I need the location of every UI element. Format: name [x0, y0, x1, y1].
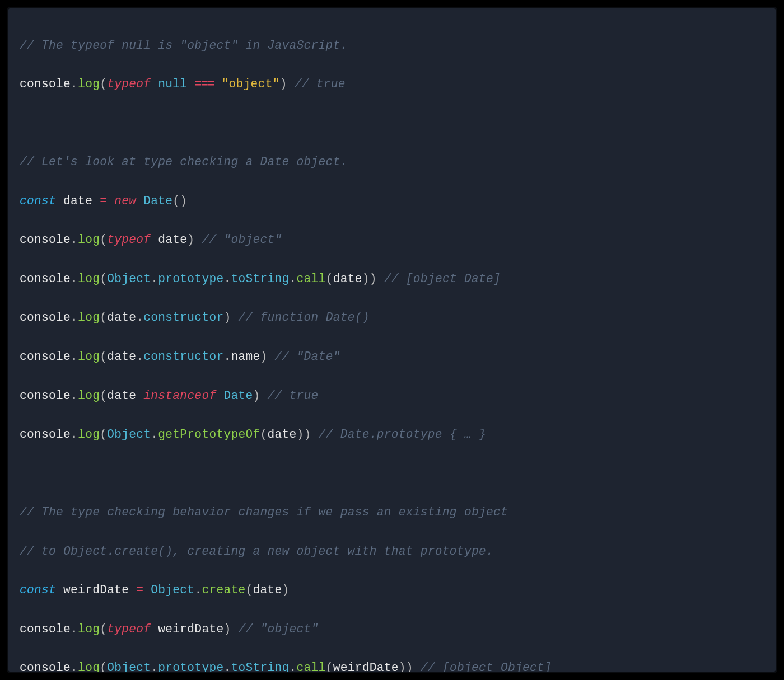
code-line: console.log(typeof date) // "object" [20, 230, 764, 250]
code-line: // Let's look at type checking a Date ob… [20, 152, 764, 172]
code-line: // to Object.create(), creating a new ob… [20, 542, 764, 561]
comment: // The typeof null is "object" in JavaSc… [20, 39, 348, 52]
code-line: console.log(Object.getPrototypeOf(date))… [20, 425, 764, 444]
instanceof-keyword: instanceof [143, 389, 216, 402]
code-line: // The type checking behavior changes if… [20, 503, 764, 522]
strict-equals: === [194, 77, 214, 91]
code-line: console.log(date.constructor) // functio… [20, 308, 764, 327]
code-line: // The typeof null is "object" in JavaSc… [20, 36, 764, 55]
null-literal: null [158, 77, 187, 91]
typeof-keyword: typeof [107, 77, 151, 91]
code-line: const date = new Date() [20, 191, 764, 211]
const-keyword: const [20, 194, 56, 208]
code-line: console.log(date instanceof Date) // tru… [20, 386, 764, 406]
code-screenshot-outer: // The typeof null is "object" in JavaSc… [0, 0, 784, 680]
new-keyword: new [114, 194, 136, 208]
code-line: const weirdDate = Object.create(date) [20, 580, 764, 600]
code-line: console.log(typeof weirdDate) // "object… [20, 620, 764, 639]
code-line: console.log(Object.prototype.toString.ca… [20, 658, 764, 673]
blank-line [20, 114, 764, 133]
blank-line [20, 464, 764, 484]
code-line: console.log(Object.prototype.toString.ca… [20, 269, 764, 289]
code-block: // The typeof null is "object" in JavaSc… [7, 7, 777, 673]
code-line: console.log(typeof null === "object") //… [20, 74, 764, 94]
code-line: console.log(date.constructor.name) // "D… [20, 347, 764, 367]
